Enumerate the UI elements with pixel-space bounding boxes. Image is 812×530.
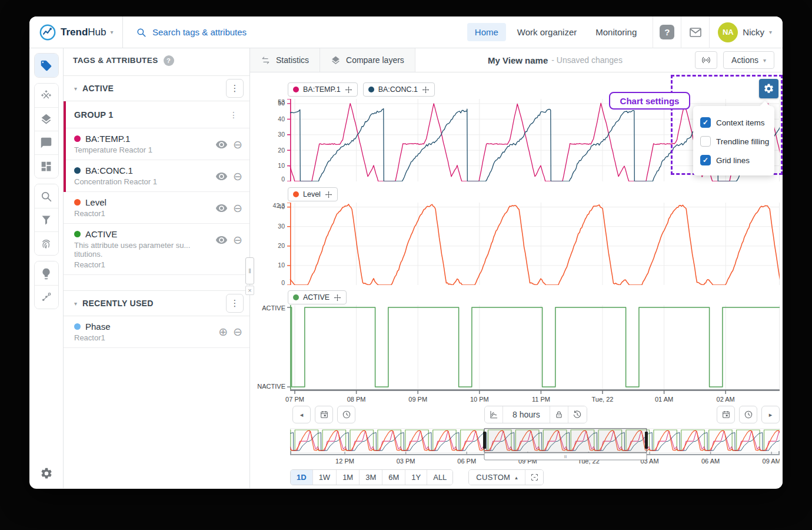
context-overview-band[interactable]: 12 PM03 PM06 PM09 PMTue, 2203 AM06 AM09 … (290, 428, 780, 466)
rail-dashboard-button[interactable] (35, 154, 58, 178)
tag-row-active[interactable]: ACTIVE This attribute uses parameter su.… (64, 224, 249, 275)
mail-icon[interactable] (688, 25, 703, 39)
eye-icon[interactable] (215, 170, 228, 183)
statistics-button[interactable]: Statistics (250, 48, 320, 72)
series-chip-ba-temp-1[interactable]: BA:TEMP.1 (288, 82, 358, 97)
remove-tag-icon[interactable]: ⊖ (233, 234, 242, 246)
lock-duration-button[interactable] (550, 406, 568, 423)
view-toolbar: Statistics Compare layers My View name -… (250, 48, 783, 72)
compare-layers-button[interactable]: Compare layers (320, 48, 415, 72)
brand[interactable]: TrendHub ▾ (29, 16, 122, 48)
panel-help-icon[interactable]: ? (164, 55, 174, 66)
eye-icon[interactable] (215, 202, 228, 214)
panel-title: TAGS & ATTRIBUTES ? (64, 48, 249, 72)
series-chip-active[interactable]: ACTIVE (288, 290, 347, 304)
custom-range-button[interactable]: CUSTOM ▴ (469, 470, 525, 485)
chart-settings-button[interactable] (759, 79, 778, 98)
duration-button[interactable]: 8 hours (503, 406, 550, 423)
nav-monitoring[interactable]: Monitoring (588, 23, 644, 41)
nav-home[interactable]: Home (467, 23, 506, 41)
resize-grip[interactable]: ‖ (245, 257, 254, 284)
move-icon[interactable] (334, 294, 341, 302)
collapse-panel-icon[interactable]: × (245, 286, 254, 295)
tag-description: This attribute uses parameter su... titu… (74, 241, 215, 259)
move-icon[interactable] (325, 191, 332, 198)
rail-recommendations-button[interactable] (35, 261, 58, 285)
section-active-menu-button[interactable]: ⋮ (226, 79, 244, 98)
add-tag-icon[interactable]: ⊕ (218, 326, 228, 337)
series-chip-ba-conc-1[interactable]: BA:CONC.1 (363, 82, 435, 97)
nav-work-organizer[interactable]: Work organizer (510, 23, 584, 41)
broadcast-icon (701, 55, 711, 65)
trend-mode-button[interactable] (485, 406, 503, 423)
comment-icon (40, 137, 52, 149)
section-recently-used[interactable]: ▾ RECENTLY USED ⋮ (64, 290, 249, 316)
pan-right-button[interactable]: ▸ (761, 406, 780, 423)
user-name: Nicky (743, 27, 764, 37)
tag-row-ba-temp-1[interactable]: BA:TEMP.1 Temperature Reactor 1 ⊖ (66, 128, 249, 160)
preset-all[interactable]: ALL (427, 470, 452, 485)
preset-6m[interactable]: 6M (382, 470, 405, 485)
remove-tag-icon[interactable]: ⊖ (233, 139, 242, 150)
preset-1y[interactable]: 1Y (405, 470, 427, 485)
rail-layers-button[interactable] (35, 107, 58, 131)
eye-icon[interactable] (215, 138, 228, 151)
rail-search-button[interactable] (35, 184, 58, 208)
preset-1d[interactable]: 1D (291, 470, 313, 485)
section-recent-menu-button[interactable]: ⋮ (226, 294, 244, 313)
calendar-icon (320, 410, 329, 419)
broadcast-button[interactable] (695, 51, 717, 69)
rail-comments-button[interactable] (35, 131, 58, 154)
tag-row-phase[interactable]: Phase Reactor1 ⊕ ⊖ (64, 316, 249, 348)
option-context-items[interactable]: ✓ Context items (700, 113, 767, 132)
focus-range-button[interactable] (525, 470, 543, 485)
top-icons: ? NA Nicky ▾ (653, 16, 783, 48)
preset-1m[interactable]: 1M (337, 470, 360, 485)
tag-row-ba-conc-1[interactable]: BA:CONC.1 Concentration Reactor 1 ⊖ (66, 160, 249, 192)
group-1-menu-button[interactable]: ⋮ (226, 110, 241, 120)
rail-scatter-button[interactable] (35, 285, 58, 309)
tag-row-level[interactable]: Level Reactor1 ⊖ (64, 192, 249, 224)
rail-fingerprint-button[interactable] (35, 231, 58, 255)
eye-icon[interactable] (215, 234, 228, 246)
remove-tag-icon[interactable]: ⊖ (233, 203, 242, 214)
svg-text:06 PM: 06 PM (457, 458, 476, 465)
start-date-button[interactable] (315, 406, 333, 423)
help-icon[interactable]: ? (660, 25, 674, 39)
pan-left-button[interactable]: ◂ (292, 406, 311, 423)
actions-button[interactable]: Actions ▾ (723, 51, 774, 69)
time-axis: 07 PM08 PM09 PM10 PM11 PMTue, 2201 AM02 … (257, 389, 780, 405)
option-trendline-filling[interactable]: ✓ Trendline filling (700, 132, 767, 151)
checkbox-checked-icon[interactable]: ✓ (700, 117, 711, 128)
search-input[interactable]: Search tags & attributes (122, 16, 467, 48)
end-date-button[interactable] (717, 406, 735, 423)
rail-filter-button[interactable] (35, 208, 58, 231)
custom-label: CUSTOM (476, 473, 510, 482)
chart-level[interactable]: 42.3403020100 (257, 203, 780, 285)
chevron-down-icon[interactable]: ▾ (74, 300, 77, 307)
chevron-down-icon[interactable]: ▾ (74, 85, 77, 92)
tag-name: BA:TEMP.1 (85, 134, 130, 144)
clock-icon (744, 410, 753, 419)
preset-1w[interactable]: 1W (313, 470, 337, 485)
start-time-button[interactable] (337, 406, 355, 423)
option-grid-lines[interactable]: ✓ Grid lines (700, 151, 767, 170)
chart-active-state[interactable]: ACTIVEINACTIVE (257, 305, 780, 389)
remove-tag-icon[interactable]: ⊖ (233, 171, 242, 182)
group-1-header[interactable]: GROUP 1 ⋮ (66, 101, 249, 128)
checkbox-unchecked-icon[interactable]: ✓ (700, 136, 711, 147)
rail-tags-button[interactable] (35, 54, 58, 77)
move-icon[interactable] (422, 86, 430, 94)
move-icon[interactable] (345, 86, 352, 94)
remove-tag-icon[interactable]: ⊖ (233, 326, 242, 337)
history-button[interactable] (568, 406, 587, 423)
checkbox-checked-icon[interactable]: ✓ (700, 155, 711, 165)
settings-button[interactable] (40, 467, 53, 482)
end-time-button[interactable] (739, 406, 757, 423)
rail-influences-button[interactable] (35, 84, 58, 107)
brand-chevron-down-icon[interactable]: ▾ (110, 29, 113, 35)
preset-3m[interactable]: 3M (360, 470, 382, 485)
section-active[interactable]: ▾ ACTIVE ⋮ (64, 75, 249, 101)
user-menu[interactable]: NA Nicky ▾ (709, 16, 783, 48)
series-chip-level[interactable]: Level (288, 187, 338, 201)
